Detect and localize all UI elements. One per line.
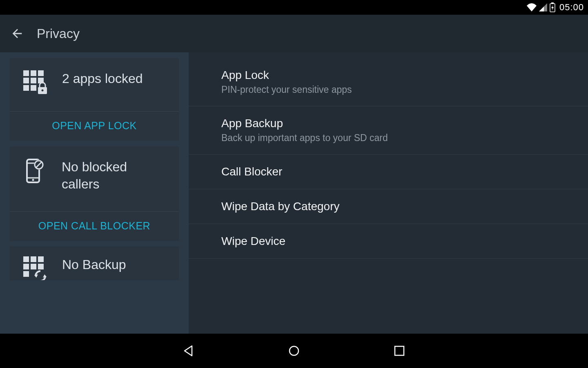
svg-rect-8 xyxy=(23,85,29,91)
list-item-title: Wipe Data by Category xyxy=(221,200,588,213)
nav-home-button[interactable] xyxy=(284,341,304,361)
grid-lock-icon xyxy=(22,70,48,94)
svg-rect-26 xyxy=(395,346,404,355)
card-title: 2 apps locked xyxy=(62,70,143,88)
svg-rect-1 xyxy=(551,2,554,4)
svg-rect-4 xyxy=(38,70,44,76)
grid-sync-icon xyxy=(22,256,48,280)
list-item-title: Call Blocker xyxy=(221,165,588,178)
list-item-subtitle: Back up important apps to your SD card xyxy=(221,132,588,144)
list-item-subtitle: PIN-protect your sensitive apps xyxy=(221,84,588,95)
phone-block-icon xyxy=(22,159,48,183)
list-item-call-blocker[interactable]: Call Blocker xyxy=(189,155,588,189)
svg-point-11 xyxy=(42,90,44,92)
battery-charging-icon xyxy=(550,2,555,12)
card-title: No blocked callers xyxy=(62,159,167,193)
card-call-blocker: No blocked callers OPEN CALL BLOCKER xyxy=(10,146,179,241)
svg-rect-20 xyxy=(38,256,44,262)
app-bar: Privacy xyxy=(0,15,588,52)
svg-rect-9 xyxy=(31,85,36,91)
right-pane: App Lock PIN-protect your sensitive apps… xyxy=(189,52,588,334)
list-item-title: App Lock xyxy=(221,69,588,82)
list-item-wipe-device[interactable]: Wipe Device xyxy=(189,224,588,259)
list-item-title: App Backup xyxy=(221,117,588,130)
left-pane: 2 apps locked OPEN APP LOCK xyxy=(0,52,189,334)
cell-signal-icon xyxy=(539,3,547,11)
page-title: Privacy xyxy=(37,26,80,41)
svg-point-14 xyxy=(32,179,34,181)
open-app-lock-button[interactable]: OPEN APP LOCK xyxy=(10,111,179,141)
svg-rect-23 xyxy=(38,264,44,269)
svg-rect-24 xyxy=(23,271,29,277)
status-clock: 05:00 xyxy=(559,2,584,13)
card-backup: No Backup xyxy=(10,247,179,280)
list-item-app-lock[interactable]: App Lock PIN-protect your sensitive apps xyxy=(189,52,588,106)
nav-back-button[interactable] xyxy=(179,341,198,361)
card-title: No Backup xyxy=(62,256,126,274)
svg-point-25 xyxy=(290,346,298,355)
back-button[interactable] xyxy=(8,25,26,43)
list-item-title: Wipe Device xyxy=(221,235,588,248)
screen: 05:00 Privacy xyxy=(0,0,588,368)
svg-rect-6 xyxy=(31,78,36,83)
svg-rect-5 xyxy=(23,78,29,83)
svg-rect-3 xyxy=(31,70,36,76)
card-app-lock: 2 apps locked OPEN APP LOCK xyxy=(10,58,179,141)
status-bar: 05:00 xyxy=(0,0,588,15)
content: 2 apps locked OPEN APP LOCK xyxy=(0,52,588,334)
svg-rect-2 xyxy=(23,70,29,76)
svg-rect-18 xyxy=(23,256,29,262)
list-item-app-backup[interactable]: App Backup Back up important apps to you… xyxy=(189,106,588,155)
wifi-icon xyxy=(527,3,537,11)
list-item-wipe-data-category[interactable]: Wipe Data by Category xyxy=(189,189,588,224)
svg-rect-19 xyxy=(31,256,36,262)
svg-rect-22 xyxy=(31,264,36,269)
svg-rect-21 xyxy=(23,264,29,269)
nav-bar xyxy=(0,334,588,368)
open-call-blocker-button[interactable]: OPEN CALL BLOCKER xyxy=(10,211,179,241)
nav-recent-button[interactable] xyxy=(390,341,409,361)
